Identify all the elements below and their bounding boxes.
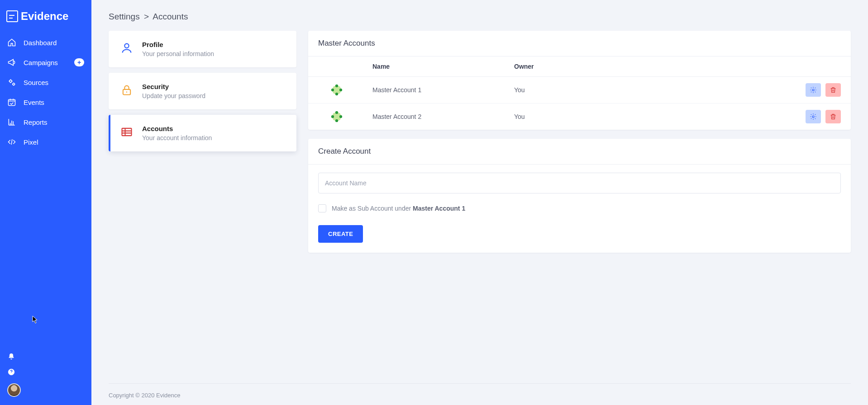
nav-label: Events <box>24 99 44 106</box>
nav-label: Campaigns <box>24 59 58 66</box>
sidebar-item-events[interactable]: Events <box>0 92 91 112</box>
col-header-owner: Owner <box>514 63 796 70</box>
table-row: Master Account 2 You <box>308 104 851 130</box>
breadcrumb-separator: > <box>144 12 149 21</box>
nav-list: Dashboard Campaigns + Sources Events <box>0 33 91 152</box>
card-title: Security <box>142 83 286 90</box>
card-title: Accounts <box>142 125 286 132</box>
settings-button[interactable] <box>806 110 821 123</box>
sidebar-item-dashboard[interactable]: Dashboard <box>0 33 91 52</box>
code-icon <box>7 137 16 146</box>
footer-text: Copyright © 2020 Evidence <box>109 383 851 405</box>
bell-icon[interactable] <box>7 353 16 362</box>
create-button[interactable]: CREATE <box>318 225 363 243</box>
panel-title: Master Accounts <box>308 31 851 57</box>
svg-rect-6 <box>122 128 132 136</box>
breadcrumb-current: Accounts <box>153 12 188 21</box>
help-icon[interactable] <box>7 368 16 377</box>
account-name-input[interactable] <box>318 173 841 193</box>
sub-account-checkbox[interactable] <box>318 204 326 212</box>
sidebar-item-campaigns[interactable]: Campaigns + <box>0 52 91 72</box>
delete-button[interactable] <box>825 110 841 123</box>
account-owner: You <box>514 113 796 120</box>
svg-point-4 <box>124 44 129 48</box>
nav-label: Sources <box>24 79 48 86</box>
settings-button[interactable] <box>806 83 821 97</box>
account-avatar-icon <box>330 110 343 123</box>
settings-card-accounts[interactable]: Accounts Your account information <box>109 115 296 151</box>
chart-bar-icon <box>7 118 16 127</box>
main-content: Settings > Accounts Profile Your persona… <box>91 0 868 405</box>
sub-account-label: Make as Sub Account under Master Account… <box>332 205 465 212</box>
account-avatar-icon <box>330 83 343 97</box>
app-name: Evidence <box>21 10 68 23</box>
user-icon <box>119 41 134 55</box>
sidebar-item-reports[interactable]: Reports <box>0 112 91 132</box>
home-icon <box>7 38 16 47</box>
svg-point-8 <box>812 116 814 118</box>
account-owner: You <box>514 86 796 94</box>
settings-card-security[interactable]: Security Update your password <box>109 73 296 109</box>
col-header-name: Name <box>372 63 514 70</box>
sub-account-option[interactable]: Make as Sub Account under Master Account… <box>318 204 841 212</box>
settings-card-profile[interactable]: Profile Your personal information <box>109 31 296 67</box>
svg-rect-2 <box>9 99 15 105</box>
card-subtitle: Update your password <box>142 92 286 99</box>
account-name: Master Account 2 <box>372 113 514 120</box>
create-account-panel: Create Account Make as Sub Account under… <box>308 139 851 253</box>
table-icon <box>119 125 134 139</box>
breadcrumb: Settings > Accounts <box>109 12 851 22</box>
megaphone-icon <box>7 58 16 67</box>
sidebar-item-pixel[interactable]: Pixel <box>0 132 91 152</box>
card-subtitle: Your personal information <box>142 50 286 57</box>
master-accounts-panel: Master Accounts Name Owner Master Accoun… <box>308 31 851 130</box>
account-name: Master Account 1 <box>372 86 514 94</box>
user-avatar[interactable] <box>7 383 21 397</box>
sidebar-bottom <box>0 348 91 405</box>
svg-point-0 <box>10 80 12 82</box>
delete-button[interactable] <box>825 83 841 97</box>
sidebar: Evidence Dashboard Campaigns + Sourc <box>0 0 91 405</box>
cogs-icon <box>7 78 16 87</box>
breadcrumb-parent[interactable]: Settings <box>109 12 140 21</box>
calendar-check-icon <box>7 98 16 107</box>
plus-badge[interactable]: + <box>74 58 84 66</box>
sidebar-item-sources[interactable]: Sources <box>0 72 91 92</box>
card-subtitle: Your account information <box>142 134 286 141</box>
nav-label: Dashboard <box>24 39 57 47</box>
table-header: Name Owner <box>308 57 851 77</box>
app-logo[interactable]: Evidence <box>0 8 91 33</box>
svg-point-1 <box>13 83 14 85</box>
svg-point-7 <box>812 89 814 91</box>
nav-label: Reports <box>24 118 48 126</box>
settings-nav: Profile Your personal information Securi… <box>109 31 296 151</box>
card-title: Profile <box>142 41 286 48</box>
panel-title: Create Account <box>308 139 851 165</box>
nav-label: Pixel <box>24 138 38 146</box>
logo-mark-icon <box>6 10 18 22</box>
table-row: Master Account 1 You <box>308 77 851 104</box>
lock-icon <box>119 83 134 97</box>
